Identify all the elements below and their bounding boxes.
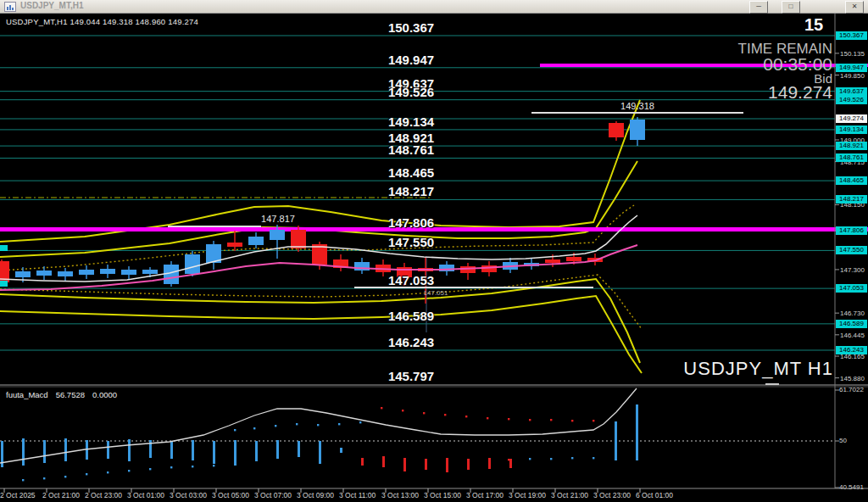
- time-axis-label[interactable]: 3 Oct 17:00: [466, 491, 504, 499]
- time-axis-label[interactable]: 3 Oct 13:00: [381, 491, 419, 499]
- price-scale-label: 148.921: [836, 142, 867, 150]
- macd-histogram-bar: [43, 440, 46, 463]
- macd-histogram-bar: [107, 441, 109, 459]
- macd-signal-dot: [192, 466, 193, 467]
- macd-signal-dot: [253, 427, 255, 429]
- center-price-label: 147.806: [356, 215, 466, 230]
- candle-body: [630, 120, 645, 140]
- candle-body: [36, 271, 52, 276]
- macd-histogram-bar: [636, 404, 638, 460]
- candle-body: [291, 230, 306, 248]
- macd-signal-dot: [275, 425, 276, 427]
- candle-body: [185, 254, 200, 274]
- macd-histogram-bar: [170, 441, 173, 459]
- macd-name: fuuta_Macd: [6, 390, 48, 399]
- indicator-band-line: [0, 161, 637, 257]
- price-scale-tick: 146.730: [840, 310, 865, 317]
- center-price-label: 149.947: [356, 53, 466, 67]
- candle-body: [121, 270, 136, 275]
- macd-signal-dot: [170, 466, 172, 468]
- time-axis-label[interactable]: 3 Oct 07:00: [254, 491, 292, 499]
- panel-resize-grip[interactable]: [765, 383, 779, 385]
- price-scale-label: 147.806: [836, 226, 867, 235]
- candle-body: [609, 123, 624, 137]
- time-axis-label[interactable]: 3 Oct 03:00: [170, 491, 207, 499]
- macd-signal-dot: [444, 414, 446, 416]
- center-price-label: 149.526: [356, 85, 466, 99]
- edge-marker: [0, 245, 8, 251]
- center-price-label: 149.134: [356, 114, 466, 129]
- macd-histogram-bar: [403, 458, 406, 471]
- macd-signal-dot: [149, 468, 151, 470]
- macd-signal-dot: [508, 418, 509, 420]
- macd-scale-label: 40.5491: [839, 483, 864, 491]
- macd-signal-dot: [593, 420, 594, 421]
- macd-scale-label: 50: [839, 437, 847, 444]
- macd-signal-dot: [359, 421, 361, 423]
- macd-signal-dot: [128, 470, 130, 471]
- price-scale-label: 148.761: [836, 153, 867, 162]
- macd-signal-dot: [338, 423, 340, 425]
- macd-histogram-bar: [509, 459, 512, 468]
- macd-histogram-bar: [213, 441, 215, 464]
- candle-body: [460, 266, 476, 273]
- time-axis-label[interactable]: 3 Oct 05:00: [212, 491, 249, 499]
- macd-histogram-bar: [276, 440, 279, 459]
- time-axis-label[interactable]: 6 Oct 01:00: [636, 491, 673, 499]
- candle-body: [164, 265, 179, 284]
- macd-histogram-bar: [446, 458, 448, 472]
- edge-marker: [0, 281, 8, 287]
- price-scale-label: 149.134: [836, 126, 867, 134]
- candle-body: [270, 230, 285, 240]
- price-scale-label: 148.465: [836, 176, 867, 185]
- center-price-label: 148.217: [356, 184, 466, 198]
- macd-histogram-bar: [361, 458, 364, 466]
- time-axis-label[interactable]: 3 Oct 11:00: [339, 491, 376, 499]
- price-annotation: 147.051: [406, 289, 465, 297]
- bid-value: 149.274: [542, 82, 832, 103]
- time-axis-label[interactable]: 3 Oct 09:00: [297, 491, 334, 499]
- macd-histogram-bar: [64, 438, 67, 461]
- price-scale-label: 148.217: [836, 195, 867, 204]
- time-axis-label[interactable]: 2 Oct 21:00: [42, 491, 80, 499]
- center-price-label: 148.465: [356, 165, 466, 180]
- price-scale-label: 146.243: [836, 346, 867, 354]
- bid-scale-label: 149.274: [836, 114, 867, 123]
- time-axis-label[interactable]: 3 Oct 23:00: [593, 491, 631, 499]
- price-scale-tick: 146.445: [840, 332, 865, 339]
- macd-signal-dot: [571, 457, 573, 459]
- macd-signal-dot: [487, 417, 488, 419]
- macd-signal-dot: [550, 419, 552, 421]
- price-scale-tick: 147.300: [840, 266, 865, 274]
- chart-window: USDJPY_MT,H1 ─ □ ✕ USDJPY_MT,H1 149.044 …: [0, 0, 868, 502]
- macd-histogram-bar: [255, 441, 258, 461]
- macd-histogram-bar: [467, 459, 470, 470]
- symbol-ohlc-info: USDJPY_MT,H1 149.044 149.318 148.960 149…: [6, 17, 198, 26]
- center-price-label: 145.797: [356, 369, 466, 383]
- center-price-label: 147.550: [356, 235, 466, 249]
- price-scale-label: 149.526: [836, 96, 867, 104]
- time-axis-label[interactable]: 3 Oct 21:00: [551, 491, 588, 499]
- time-axis-label[interactable]: 2 Oct 2025: [0, 491, 36, 499]
- macd-signal-dot: [465, 416, 467, 417]
- indicator-band-line: [0, 296, 642, 373]
- macd-signal-dot: [529, 419, 531, 421]
- price-annotation: 147.817: [234, 214, 322, 224]
- macd-signal-dot: [508, 459, 509, 460]
- time-axis-label[interactable]: 2 Oct 23:00: [85, 491, 122, 499]
- time-axis-label[interactable]: 3 Oct 15:00: [424, 491, 461, 499]
- macd-signal-dot: [86, 473, 87, 475]
- macd-signal-dot: [43, 477, 45, 479]
- candle-body: [142, 270, 158, 274]
- time-axis-label[interactable]: 3 Oct 19:00: [509, 491, 546, 499]
- candle-body: [58, 271, 73, 276]
- macd-signal-dot: [317, 424, 319, 426]
- time-axis-label[interactable]: 3 Oct 01:00: [127, 491, 164, 499]
- price-scale-tick: 145.880: [840, 375, 865, 382]
- macd-histogram-bar: [22, 438, 25, 466]
- candle-body: [79, 270, 94, 275]
- price-scale-label: 146.589: [836, 320, 867, 328]
- macd-signal-dot: [423, 412, 425, 414]
- price-scale-label: 147.053: [836, 284, 867, 293]
- candle-body: [481, 265, 497, 272]
